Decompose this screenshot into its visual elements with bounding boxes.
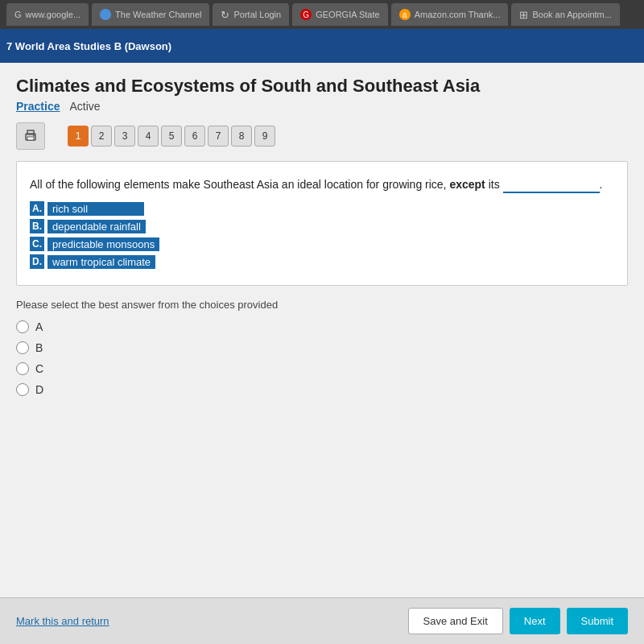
radio-label: C [35, 362, 43, 375]
question-number-9[interactable]: 9 [254, 126, 275, 147]
question-number-7[interactable]: 7 [208, 126, 229, 147]
svg-rect-1 [27, 137, 34, 140]
tab-google[interactable]: G www.google... [6, 3, 89, 26]
radio-label: B [35, 341, 43, 354]
question-number-6[interactable]: 6 [184, 126, 205, 147]
subtitle-bar: Practice Active [16, 100, 628, 113]
choice-B: B.dependable rainfall [30, 219, 614, 233]
svg-point-3 [33, 135, 35, 137]
practice-label[interactable]: Practice [16, 100, 60, 113]
radio-option-C[interactable]: C [16, 362, 628, 375]
choice-text: dependable rainfall [47, 220, 146, 233]
question-number-2[interactable]: 2 [91, 126, 112, 147]
question-number-1[interactable]: 1 [68, 126, 89, 147]
radio-option-B[interactable]: B [16, 341, 628, 354]
toolbar: 123456789 [16, 122, 628, 150]
choice-D: D.warm tropical climate [30, 254, 614, 269]
radio-circle [16, 341, 29, 354]
printer-icon [23, 129, 38, 143]
choice-text: rich soil [47, 202, 144, 216]
choice-A: A.rich soil [30, 201, 614, 216]
next-button[interactable]: Next [510, 608, 560, 634]
question-number-5[interactable]: 5 [161, 126, 182, 147]
radio-option-A[interactable]: A [16, 320, 628, 333]
mark-return-link[interactable]: Mark this and return [16, 615, 109, 627]
answer-blank [503, 175, 600, 193]
choice-letter: C. [30, 237, 44, 251]
question-number-3[interactable]: 3 [114, 126, 135, 147]
svg-rect-2 [27, 130, 34, 134]
browser-tabs: G www.google... The Weather Channel ↻ Po… [0, 0, 644, 29]
tab-georgia[interactable]: G GEORGIA State [292, 3, 387, 26]
question-number-8[interactable]: 8 [231, 126, 252, 147]
choice-letter: D. [30, 254, 44, 269]
bottom-bar: Mark this and return Save and Exit Next … [0, 597, 644, 644]
nav-bar: 7 World Area Studies B (Dawson) [0, 29, 644, 63]
tab-amazon[interactable]: a Amazon.com Thank... [391, 3, 509, 26]
instruction-text: Please select the best answer from the c… [16, 299, 628, 311]
question-numbers: 123456789 [68, 126, 275, 147]
page-title: Climates and Ecosystems of South and Sou… [16, 76, 628, 97]
radio-circle [16, 320, 29, 333]
weather-icon [100, 9, 111, 20]
save-exit-button[interactable]: Save and Exit [408, 608, 503, 634]
radio-circle [16, 383, 29, 396]
book-icon: ⊞ [519, 9, 528, 21]
radio-container: ABCD [16, 320, 628, 396]
bottom-buttons: Save and Exit Next Submit [408, 608, 628, 634]
print-button[interactable] [16, 122, 45, 150]
tab-weather[interactable]: The Weather Channel [92, 3, 209, 26]
nav-bar-title: 7 World Area Studies B (Dawson) [6, 40, 171, 52]
georgia-icon: G [300, 9, 312, 20]
choice-letter: B. [30, 219, 44, 233]
active-label: Active [69, 100, 100, 113]
amazon-icon: a [399, 9, 411, 20]
main-content: Climates and Ecosystems of South and Sou… [0, 63, 644, 610]
choice-letter: A. [30, 201, 44, 216]
choice-text: predictable monsoons [47, 237, 159, 251]
tab-book[interactable]: ⊞ Book an Appointm... [511, 3, 619, 26]
google-icon: G [14, 10, 22, 19]
radio-label: D [35, 383, 43, 396]
choice-C: C.predictable monsoons [30, 237, 614, 251]
submit-button[interactable]: Submit [567, 608, 628, 634]
question-text: All of the following elements make South… [30, 175, 614, 193]
radio-label: A [35, 320, 43, 333]
radio-circle [16, 362, 29, 375]
question-card: All of the following elements make South… [16, 161, 628, 286]
choices-container: A.rich soilB.dependable rainfallC.predic… [30, 201, 614, 269]
choice-text: warm tropical climate [47, 255, 155, 269]
portal-icon: ↻ [221, 9, 229, 21]
radio-option-D[interactable]: D [16, 383, 628, 396]
question-number-4[interactable]: 4 [138, 126, 159, 147]
tab-portal[interactable]: ↻ Portal Login [213, 3, 289, 26]
